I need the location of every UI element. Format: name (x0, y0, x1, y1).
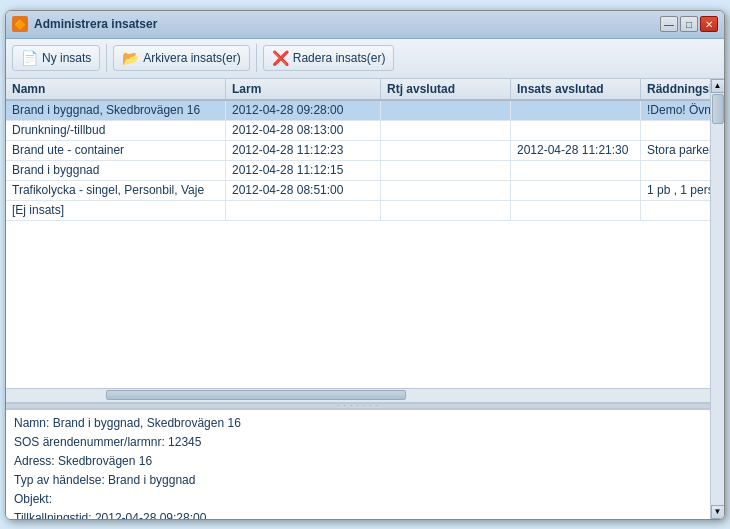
title-bar-left: 🔶 Administrera insatser (12, 16, 157, 32)
delete-button[interactable]: ❌ Radera insats(er) (263, 45, 395, 71)
table-row[interactable]: [Ej insats] (6, 201, 710, 221)
table-cell (641, 121, 710, 140)
table-cell: 2012-04-28 11:12:23 (226, 141, 381, 160)
detail-line: Typ av händelse: Brand i byggnad (14, 471, 702, 490)
col-header-insats: Insats avslutad (511, 79, 641, 99)
title-bar: 🔶 Administrera insatser — □ ✕ (6, 11, 724, 39)
table-row[interactable]: Trafikolycka - singel, Personbil, Vaje20… (6, 181, 710, 201)
col-header-namn: Namn (6, 79, 226, 99)
table-body: Brand i byggnad, Skedbrovägen 162012-04-… (6, 101, 710, 388)
content-area: Namn Larm Rtj avslutad Insats avslutad R… (6, 79, 724, 519)
table-cell (641, 201, 710, 220)
main-window: 🔶 Administrera insatser — □ ✕ 📄 Ny insat… (5, 10, 725, 520)
horizontal-scrollbar[interactable] (6, 388, 710, 402)
table-cell: 2012-04-28 08:13:00 (226, 121, 381, 140)
detail-line: Tillkallningstid: 2012-04-28 09:28:00 (14, 509, 702, 518)
archive-icon: 📂 (122, 50, 139, 66)
table-row[interactable]: Brand i byggnad, Skedbrovägen 162012-04-… (6, 101, 710, 121)
detail-line: Namn: Brand i byggnad, Skedbrovägen 16 (14, 414, 702, 433)
table-cell: 2012-04-28 09:28:00 (226, 101, 381, 120)
toolbar-separator-2 (256, 44, 257, 72)
table-cell: !Demo! Övnin (641, 101, 710, 120)
table-cell: 1 pb , 1 perso (641, 181, 710, 200)
table-cell: 2012-04-28 11:21:30 (511, 141, 641, 160)
table-cell: 2012-04-28 11:12:15 (226, 161, 381, 180)
detail-panel: Namn: Brand i byggnad, Skedbrovägen 16SO… (6, 409, 710, 519)
detail-line: Adress: Skedbrovägen 16 (14, 452, 702, 471)
h-scrollbar-thumb[interactable] (106, 390, 406, 400)
scroll-up-button[interactable]: ▲ (711, 79, 725, 93)
app-icon: 🔶 (12, 16, 28, 32)
table-cell (381, 101, 511, 120)
table-cell (511, 201, 641, 220)
toolbar: 📄 Ny insats 📂 Arkivera insats(er) ❌ Rade… (6, 39, 724, 79)
window-title: Administrera insatser (34, 17, 157, 31)
new-insats-button[interactable]: 📄 Ny insats (12, 45, 100, 71)
col-header-raddning: Räddningsledare (641, 79, 710, 99)
table-cell: Brand ute - container (6, 141, 226, 160)
table-cell: Brand i byggnad, Skedbrovägen 16 (6, 101, 226, 120)
table-container: Namn Larm Rtj avslutad Insats avslutad R… (6, 79, 710, 403)
archive-button[interactable]: 📂 Arkivera insats(er) (113, 45, 249, 71)
maximize-button[interactable]: □ (680, 16, 698, 32)
table-cell: [Ej insats] (6, 201, 226, 220)
table-cell (641, 161, 710, 180)
archive-label: Arkivera insats(er) (143, 51, 240, 65)
table-row[interactable]: Drunkning/-tillbud2012-04-28 08:13:00 (6, 121, 710, 141)
table-cell: Brand i byggnad (6, 161, 226, 180)
delete-icon: ❌ (272, 50, 289, 66)
table-cell (511, 161, 641, 180)
table-row[interactable]: Brand i byggnad2012-04-28 11:12:15 (6, 161, 710, 181)
table-and-detail: Namn Larm Rtj avslutad Insats avslutad R… (6, 79, 710, 519)
table-cell (381, 161, 511, 180)
new-label: Ny insats (42, 51, 91, 65)
minimize-button[interactable]: — (660, 16, 678, 32)
title-buttons: — □ ✕ (660, 16, 718, 32)
scroll-track (711, 93, 725, 505)
table-header: Namn Larm Rtj avslutad Insats avslutad R… (6, 79, 710, 101)
table-cell (511, 121, 641, 140)
table-cell (381, 181, 511, 200)
detail-line: SOS ärendenummer/larmnr: 12345 (14, 433, 702, 452)
table-cell (381, 141, 511, 160)
table-cell (381, 121, 511, 140)
table-cell: Stora parkerir (641, 141, 710, 160)
close-button[interactable]: ✕ (700, 16, 718, 32)
vertical-scrollbar[interactable]: ▲ ▼ (710, 79, 724, 519)
table-cell: Drunkning/-tillbud (6, 121, 226, 140)
col-header-larm: Larm (226, 79, 381, 99)
table-cell: 2012-04-28 08:51:00 (226, 181, 381, 200)
scroll-thumb[interactable] (712, 94, 724, 124)
table-cell (226, 201, 381, 220)
col-header-rtj: Rtj avslutad (381, 79, 511, 99)
new-icon: 📄 (21, 50, 38, 66)
table-cell: Trafikolycka - singel, Personbil, Vaje (6, 181, 226, 200)
detail-line: Objekt: (14, 490, 702, 509)
table-cell (511, 101, 641, 120)
table-row[interactable]: Brand ute - container2012-04-28 11:12:23… (6, 141, 710, 161)
scroll-down-button[interactable]: ▼ (711, 505, 725, 519)
table-cell (511, 181, 641, 200)
toolbar-separator-1 (106, 44, 107, 72)
delete-label: Radera insats(er) (293, 51, 386, 65)
table-cell (381, 201, 511, 220)
